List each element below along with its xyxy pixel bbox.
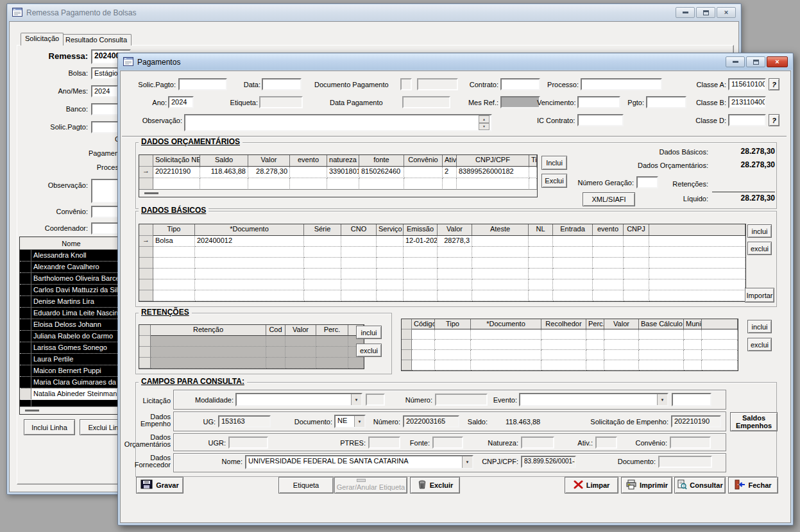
row-selector [20, 285, 31, 295]
solicitacao-empenho-field[interactable]: 202210190 [671, 415, 721, 428]
imprimir-button[interactable]: Imprimir [621, 477, 672, 494]
ano-field[interactable]: 2024 [91, 85, 118, 97]
nome-select[interactable]: UNIVERSIDADE FEDERAL DE SANTA CATARINA▼ [245, 455, 473, 469]
name-row[interactable]: Maicon Bernert Puppi [20, 365, 123, 377]
contrato-field[interactable] [500, 78, 540, 90]
excluir-button[interactable]: Excluir [410, 477, 460, 494]
gerar-anular-etiqueta-button[interactable]: Gerar/Anular Etiqueta [334, 477, 407, 494]
fechar-button[interactable]: Fechar [728, 477, 778, 494]
xml-siafi-button[interactable]: XML/SIAFI [583, 192, 635, 206]
grid-cell [304, 258, 341, 269]
gravar-button[interactable]: Gravar [136, 477, 183, 494]
grid-row[interactable]: →Bolsa20240001212-01-202428278,3 [139, 236, 745, 247]
tab-resultado-consulta[interactable]: Resultado Consulta [61, 34, 132, 46]
pgto-field[interactable] [646, 96, 686, 108]
saldos-empenhos-button[interactable]: Saldos Empenhos [730, 412, 778, 431]
name-row[interactable]: Juliana Rabelo do Carmo [20, 331, 123, 342]
name-row[interactable]: Larissa Gomes Sonego [20, 342, 123, 354]
name-row[interactable]: Laura Pertile [20, 354, 123, 365]
name-row[interactable]: Eloisa Deloss Johann [20, 319, 123, 331]
basicos-inclui-button[interactable]: inclui [747, 224, 772, 238]
documento-select[interactable]: NE▼ [334, 415, 366, 428]
basicos-exclui-button[interactable]: exclui [747, 242, 772, 255]
consultar-button[interactable]: Consultar [674, 477, 726, 494]
dados-basicos-grid[interactable]: Tipo*DocumentoSérieCNOServiçoEmissãoValo… [139, 224, 746, 302]
documento-label: Documento: [290, 418, 332, 426]
observacao-spinner[interactable]: ▲ ▼ [479, 115, 489, 130]
classe-d-help-button[interactable]: ? [769, 114, 779, 126]
grid-row [139, 258, 745, 269]
chevron-down-icon[interactable]: ▼ [657, 394, 667, 405]
chevron-down-icon[interactable]: ▼ [354, 416, 364, 427]
classe-d-field[interactable] [728, 114, 766, 126]
tab-solicitacao[interactable]: Solicitação [21, 33, 64, 46]
classe-b-field[interactable]: 213110400 [728, 96, 766, 108]
retencoes-documentos-grid[interactable]: CódigoTipo*DocumentoRecolhedorPerc.Valor… [401, 319, 738, 371]
minimize-icon[interactable] [676, 7, 695, 18]
documento-pagamento-field-1 [400, 78, 412, 90]
name-row[interactable]: Alessandra Knoll [20, 250, 123, 262]
names-horizontal-scrollbar[interactable] [20, 406, 123, 414]
grid-cell [684, 340, 702, 350]
grid-cell [412, 350, 435, 360]
limpar-button[interactable]: Limpar [565, 477, 618, 494]
vencimento-field[interactable] [577, 96, 620, 108]
name-row[interactable]: Bartholomeo Oliveira Barce [20, 273, 123, 285]
grid-cell [139, 269, 153, 279]
evento-select[interactable]: ▼ [519, 393, 668, 406]
evento-code-field[interactable] [672, 393, 711, 406]
retencoes-exclui-button[interactable]: exclui [356, 344, 382, 357]
ic-contrato-field[interactable] [577, 114, 624, 126]
grid-row[interactable]: →202210190118.463,8828.278,3033901801815… [139, 167, 537, 178]
data-field[interactable] [262, 78, 302, 90]
dados-orcamentarios-grid[interactable]: Solicitação NESaldoValoreventonaturezafo… [139, 154, 538, 197]
grid-cell [593, 290, 624, 301]
name-row[interactable]: Maria Clara Guimaraes da [20, 377, 123, 388]
grid-cell [435, 350, 471, 360]
ano-field[interactable]: 2024 [168, 96, 194, 108]
name-row[interactable]: Carlos Davi Mattuzzi da Sil [20, 285, 123, 296]
solicitacao-empenho-label: Solicitação de Empenho: [586, 418, 668, 426]
inclui-linha-button[interactable]: Inclui Linha [24, 419, 75, 435]
grid-horizontal-scrollbar[interactable] [139, 189, 537, 197]
grid-cell [586, 360, 604, 370]
minimize-icon[interactable] [726, 56, 745, 67]
maximize-icon[interactable] [696, 7, 715, 18]
retencoes-doc-exclui-button[interactable]: exclui [747, 338, 772, 351]
observacao-field[interactable] [184, 114, 492, 131]
window-titlebar[interactable]: Pagamentos × [119, 54, 792, 70]
name-row[interactable]: Eduardo Lima Leite Nascin [20, 308, 123, 319]
maximize-icon[interactable] [746, 56, 765, 67]
grid-header-cell: Valor [604, 319, 639, 329]
retencoes-grid[interactable]: RetençãoCodValorPerc. [139, 324, 364, 369]
orcamentarios-exclui-button[interactable]: Exclui [541, 174, 567, 188]
grid-cell [649, 269, 745, 279]
modalidade-select[interactable]: ▼ [235, 393, 362, 406]
name-row[interactable]: Natalia Abineder Steinman [20, 388, 123, 400]
name-row[interactable]: Denise Martins Lira [20, 296, 123, 308]
window-titlebar[interactable]: Remessa Pagamento de Bolsas × [8, 4, 740, 21]
chevron-down-icon[interactable]: ▼ [462, 456, 472, 468]
empenho-numero-field[interactable]: 2022003165 [403, 415, 459, 428]
processo-field[interactable] [581, 78, 662, 90]
retencoes-inclui-button[interactable]: inclui [356, 326, 382, 339]
grid-header-cell: Tipo [435, 319, 471, 329]
grid-cell [593, 279, 624, 290]
retencoes-doc-inclui-button[interactable]: inclui [747, 320, 772, 333]
close-icon[interactable]: × [767, 56, 788, 67]
ug-field[interactable]: 153163 [218, 415, 271, 428]
classe-a-help-button[interactable]: ? [769, 78, 779, 90]
cnpj-cpf-field[interactable]: 83.899.526/0001-82 [521, 456, 576, 468]
grid-cell [404, 290, 438, 301]
orcamentarios-inclui-button[interactable]: Inclui [541, 156, 567, 170]
grid-cell [290, 167, 327, 178]
chevron-down-icon[interactable]: ▼ [351, 394, 361, 405]
classe-a-field[interactable]: 115610100 [728, 78, 766, 90]
name-row[interactable]: Alexandre Cavalhero [20, 262, 123, 273]
grid-cell [435, 360, 471, 370]
etiqueta-button[interactable]: Etiqueta [278, 477, 334, 494]
importar-button[interactable]: Importar [745, 288, 774, 303]
solic-pagto-field[interactable] [178, 78, 227, 90]
grid-cell [702, 350, 738, 360]
close-icon[interactable]: × [717, 7, 736, 18]
